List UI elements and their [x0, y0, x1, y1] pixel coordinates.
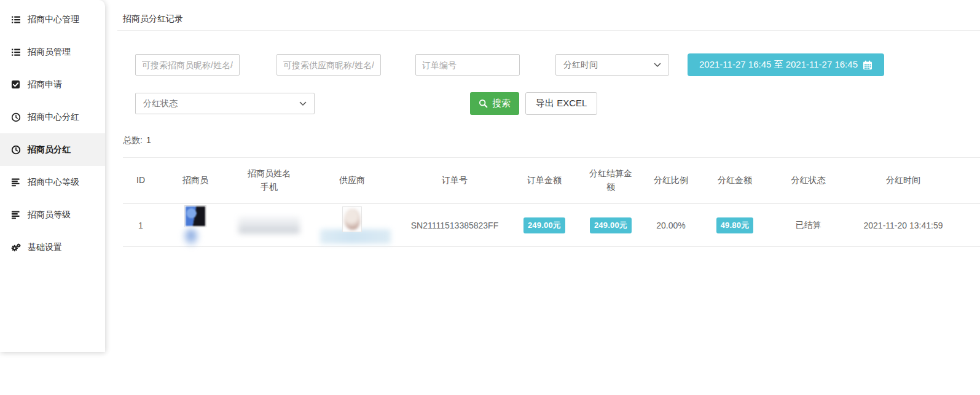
total-count-label: 总数:: [123, 135, 143, 145]
col-order-no: 订单号: [398, 158, 511, 204]
cogs-icon: [10, 243, 21, 252]
col-filler: [962, 158, 980, 204]
cell-ratio: 20.00%: [644, 204, 698, 247]
search-icon: [479, 99, 488, 108]
col-time: 分红时间: [845, 158, 962, 204]
col-bonus-amount: 分红金额: [698, 158, 772, 204]
col-id: ID: [123, 158, 159, 204]
sidebar-item-merchant-apply[interactable]: 招商申请: [0, 68, 105, 101]
chevron-down-icon: [654, 63, 661, 68]
sidebar-item-broker-dividend[interactable]: 招商员分红: [0, 133, 105, 166]
cell-broker-name-phone: [232, 204, 306, 247]
align-bars-icon: [10, 210, 21, 220]
sidebar-item-label: 招商员等级: [28, 209, 71, 221]
sidebar-item-label: 招商中心等级: [28, 177, 79, 188]
cell-time: 2021-11-20 13:41:59: [845, 204, 962, 247]
order-amount-badge: 249.00元: [523, 217, 565, 233]
broker-avatar: [184, 205, 206, 227]
sidebar-item-merchant-center-mgmt[interactable]: 招商中心管理: [0, 3, 105, 36]
cell-filler: [962, 204, 980, 247]
col-supplier: 供应商: [306, 158, 398, 204]
date-range-button[interactable]: 2021-11-27 16:45 至 2021-11-27 16:45: [688, 53, 884, 76]
cell-settlement-amount: 249.00元: [578, 204, 644, 247]
col-broker: 招商员: [159, 158, 232, 204]
export-excel-label: 导出 EXCEL: [536, 98, 587, 109]
chevron-down-icon: [299, 101, 307, 106]
cell-bonus-amount: 49.80元: [698, 204, 772, 247]
search-button[interactable]: 搜索: [470, 92, 519, 115]
check-square-icon: [10, 80, 21, 90]
order-no-input[interactable]: [415, 54, 520, 76]
dividend-table: ID 招商员 招商员姓名手机 供应商 订单号 订单金额 分红结算金额 分红比例 …: [123, 157, 980, 247]
sidebar-item-broker-mgmt[interactable]: 招商员管理: [0, 36, 105, 68]
list-ul-icon: [10, 47, 21, 57]
settlement-amount-badge: 249.00元: [590, 217, 632, 233]
sidebar-item-label: 招商中心管理: [28, 14, 79, 25]
cell-order-amount: 249.00元: [511, 204, 578, 247]
broker-search-input[interactable]: [135, 54, 240, 76]
total-count-value: 1: [146, 135, 151, 145]
col-order-amount: 订单金额: [511, 158, 578, 204]
dividend-status-select-value: 分红状态: [143, 98, 178, 109]
sidebar-item-label: 招商中心分红: [28, 112, 79, 123]
total-count: 总数:1: [123, 135, 980, 146]
sidebar-item-label: 招商员分红: [28, 144, 71, 155]
cell-broker: [159, 204, 232, 247]
time-type-select[interactable]: 分红时间: [555, 54, 669, 76]
col-broker-name-phone: 招商员姓名手机: [232, 158, 306, 204]
sidebar-item-label: 招商员管理: [28, 47, 71, 58]
sidebar-item-basic-settings[interactable]: 基础设置: [0, 231, 105, 264]
table-header-row: ID 招商员 招商员姓名手机 供应商 订单号 订单金额 分红结算金额 分红比例 …: [123, 158, 980, 204]
clock-icon: [10, 145, 21, 155]
table-row: 1 SN21111513385823FF 24: [123, 204, 980, 247]
supplier-avatar: [342, 206, 362, 232]
col-status: 分红状态: [772, 158, 845, 204]
list-ul-icon: [10, 15, 21, 25]
broker-nickname-redacted: [183, 229, 199, 246]
main-content: 招商员分红记录 分红时间 2021-11-27 16:45 至 2021-11-…: [117, 0, 980, 247]
sidebar-item-broker-level[interactable]: 招商员等级: [0, 198, 105, 231]
col-ratio: 分红比例: [644, 158, 698, 204]
filter-bar: 分红时间 2021-11-27 16:45 至 2021-11-27 16:45: [117, 53, 980, 115]
sidebar-item-label: 招商申请: [28, 79, 62, 90]
dividend-status-select[interactable]: 分红状态: [135, 93, 315, 114]
align-bars-icon: [10, 178, 21, 187]
broker-name-phone-redacted: [238, 217, 300, 233]
date-range-text: 2021-11-27 16:45 至 2021-11-27 16:45: [699, 59, 858, 71]
sidebar-item-center-dividend[interactable]: 招商中心分红: [0, 101, 105, 133]
clock-icon: [10, 112, 21, 122]
export-excel-button[interactable]: 导出 EXCEL: [525, 92, 597, 115]
page-title: 招商员分红记录: [117, 0, 980, 31]
sidebar-item-center-level[interactable]: 招商中心等级: [0, 166, 105, 198]
supplier-search-input[interactable]: [276, 54, 381, 76]
cell-id: 1: [123, 204, 159, 247]
sidebar-item-label: 基础设置: [28, 242, 62, 253]
cell-status: 已结算: [772, 204, 845, 247]
cell-supplier: [306, 204, 398, 247]
cell-order-no: SN21111513385823FF: [398, 204, 511, 247]
time-type-select-value: 分红时间: [563, 60, 598, 71]
search-button-label: 搜索: [492, 98, 511, 109]
sidebar: 招商中心管理 招商员管理 招商申请 招商中心分红 招商员分红 招商中心等级: [0, 0, 105, 352]
calendar-icon: [863, 60, 872, 70]
bonus-amount-badge: 49.80元: [716, 217, 754, 233]
col-settlement-amount: 分红结算金额: [578, 158, 644, 204]
